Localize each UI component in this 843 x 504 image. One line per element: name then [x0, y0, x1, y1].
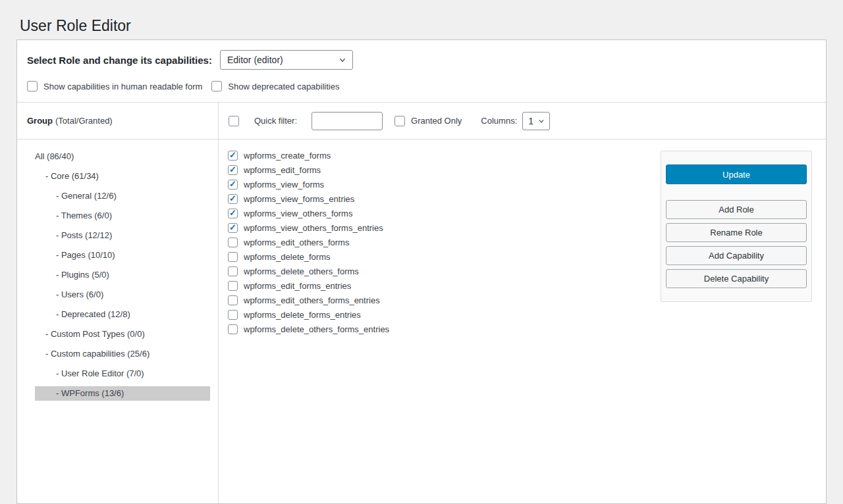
add-role-button[interactable]: Add Role	[666, 200, 807, 219]
group-item-core[interactable]: - Core (61/34)	[35, 169, 210, 184]
role-select[interactable]: Editor (editor)	[220, 50, 353, 70]
quick-filter-label: Quick filter:	[254, 116, 297, 126]
capability-checkbox[interactable]	[228, 223, 238, 233]
capability-label: wpforms_delete_others_forms_entries	[244, 324, 389, 334]
human-readable-checkbox[interactable]	[27, 81, 38, 91]
group-item-custom-post-types[interactable]: - Custom Post Types (0/0)	[35, 327, 210, 341]
capability-checkbox[interactable]	[228, 194, 238, 204]
capability-checkbox[interactable]	[228, 324, 238, 334]
group-item-deprecated[interactable]: - Deprecated (12/8)	[35, 307, 210, 322]
capability-checkbox[interactable]	[228, 252, 238, 262]
filter-toolbar: Quick filter: Granted Only Columns: 1	[219, 103, 826, 139]
granted-only-label: Granted Only	[411, 116, 462, 126]
group-item-wpforms[interactable]: - WPForms (13/6)	[35, 386, 210, 401]
capability-checkbox[interactable]	[228, 209, 238, 218]
human-readable-label: Show capabilities in human readable form	[43, 82, 202, 91]
capability-label: wpforms_delete_others_forms	[244, 266, 359, 276]
group-item-themes[interactable]: - Themes (6/0)	[35, 209, 210, 223]
group-header-label: Group	[27, 116, 53, 126]
group-item-all[interactable]: All (86/40)	[35, 149, 210, 164]
options-row: Show capabilities in human readable form…	[17, 70, 826, 102]
capability-checkbox[interactable]	[228, 165, 238, 175]
user-role-editor-page: User Role Editor Select Role and change …	[0, 0, 843, 504]
capabilities-area: wpforms_create_forms wpforms_edit_forms …	[219, 139, 826, 503]
capability-label: wpforms_delete_forms_entries	[244, 310, 361, 320]
page-title: User Role Editor	[20, 17, 131, 35]
capability-label: wpforms_delete_forms	[244, 252, 331, 262]
columns-label: Columns:	[481, 116, 517, 126]
capability-checkbox[interactable]	[228, 238, 238, 247]
deprecated-checkbox[interactable]	[211, 81, 222, 91]
role-selector-label: Select Role and change its capabilities:	[27, 55, 212, 66]
capability-checkbox[interactable]	[228, 151, 238, 161]
capability-checkbox[interactable]	[228, 266, 238, 276]
granted-only-checkbox[interactable]	[394, 116, 405, 126]
deprecated-option: Show deprecated capabilities	[211, 81, 339, 91]
capability-label: wpforms_create_forms	[244, 151, 331, 161]
capability-label: wpforms_edit_forms	[244, 165, 321, 175]
chevron-down-icon	[338, 55, 347, 64]
add-capability-button[interactable]: Add Capability	[666, 246, 807, 265]
capability-label: wpforms_view_forms_entries	[244, 194, 354, 204]
capability-label: wpforms_view_others_forms_entries	[244, 223, 383, 233]
human-readable-option: Show capabilities in human readable form	[27, 81, 202, 91]
group-item-posts[interactable]: - Posts (12/12)	[35, 228, 210, 243]
toolbar-row: Group (Total/Granted) Quick filter: Gran…	[17, 102, 826, 139]
capability-label: wpforms_edit_forms_entries	[244, 281, 351, 291]
group-tree: All (86/40) - Core (61/34) - General (12…	[17, 139, 219, 503]
capability-label: wpforms_edit_others_forms	[244, 238, 349, 247]
update-button[interactable]: Update	[666, 164, 807, 184]
deprecated-label: Show deprecated capabilities	[228, 82, 339, 91]
group-header: Group (Total/Granted)	[17, 103, 219, 139]
group-header-suffix: (Total/Granted)	[55, 116, 113, 126]
columns-select-value: 1	[528, 116, 533, 126]
select-all-checkbox[interactable]	[229, 116, 239, 126]
rename-role-button[interactable]: Rename Role	[666, 223, 807, 242]
actions-panel: Update Add Role Rename Role Add Capabili…	[661, 151, 812, 302]
columns-select[interactable]: 1	[522, 112, 550, 130]
delete-capability-button[interactable]: Delete Capability	[666, 269, 807, 288]
capability-checkbox[interactable]	[228, 310, 238, 320]
capability-row[interactable]: wpforms_delete_others_forms_entries	[228, 322, 826, 336]
role-editor-panel: Select Role and change its capabilities:…	[16, 39, 827, 504]
group-item-custom-capabilities[interactable]: - Custom capabilities (25/6)	[35, 347, 210, 361]
granted-only-option: Granted Only	[394, 116, 462, 126]
content-area: All (86/40) - Core (61/34) - General (12…	[17, 139, 826, 503]
capability-checkbox[interactable]	[228, 180, 238, 189]
capability-label: wpforms_view_others_forms	[244, 209, 352, 218]
group-item-pages[interactable]: - Pages (10/10)	[35, 248, 210, 263]
capability-checkbox[interactable]	[228, 295, 238, 305]
capability-row[interactable]: wpforms_delete_forms_entries	[228, 307, 826, 322]
group-item-general[interactable]: - General (12/6)	[35, 189, 210, 203]
capability-checkbox[interactable]	[228, 281, 238, 291]
chevron-down-icon	[537, 117, 545, 125]
capability-label: wpforms_edit_others_forms_entries	[244, 295, 380, 305]
group-item-users[interactable]: - Users (6/0)	[35, 288, 210, 302]
capability-label: wpforms_view_forms	[244, 180, 324, 189]
quick-filter-input[interactable]	[312, 112, 383, 130]
group-item-plugins[interactable]: - Plugins (5/0)	[35, 268, 210, 282]
role-select-value: Editor (editor)	[227, 55, 283, 65]
group-item-user-role-editor[interactable]: - User Role Editor (7/0)	[35, 366, 210, 381]
role-selector-row: Select Role and change its capabilities:…	[17, 40, 826, 70]
